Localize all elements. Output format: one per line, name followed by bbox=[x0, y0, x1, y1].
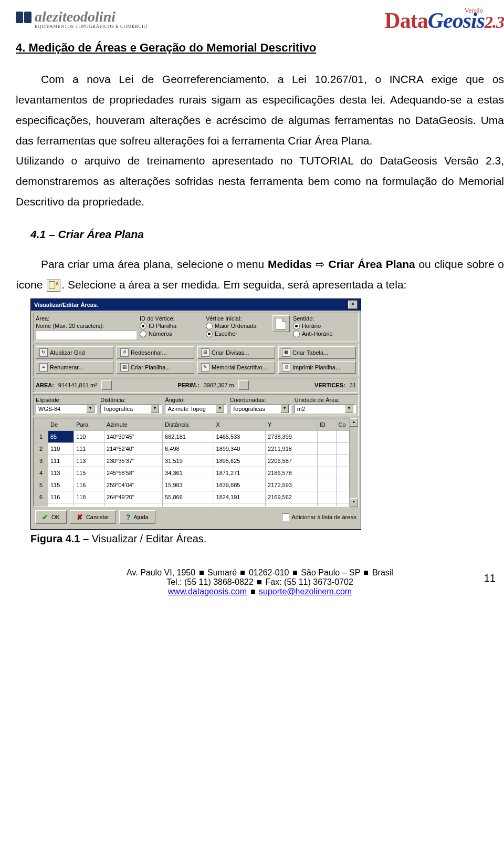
renumerar-icon: ≡ bbox=[39, 363, 48, 372]
email-link[interactable]: suporte@hezolinem.com bbox=[259, 587, 352, 596]
website-link[interactable]: www.datageosis.com bbox=[168, 587, 247, 596]
paragraph-2: Utilizando o arquivo de treinamento apre… bbox=[16, 151, 504, 212]
memorial-icon: ✎ bbox=[201, 363, 209, 372]
document-button[interactable] bbox=[272, 315, 290, 332]
refresh-icon: ↻ bbox=[39, 348, 48, 357]
table-row[interactable]: 6116118264º49'20"55,8661824,1912169,562 bbox=[34, 491, 358, 503]
table-row[interactable]: 4113115245º58'58"34,3611871,2712186,578 bbox=[34, 467, 358, 479]
section-heading: 4. Medição de Áreas e Geração do Memoria… bbox=[16, 41, 504, 55]
scroll-up-button[interactable]: ▴ bbox=[350, 418, 358, 427]
figure-caption: Figura 4.1 – Visualizar / Editar Áreas. bbox=[30, 533, 504, 545]
radio-maior-ordenada[interactable]: Maior Ordenada bbox=[206, 323, 269, 329]
col-header-azimute[interactable]: Azimute bbox=[104, 418, 163, 430]
radio-anti-horario[interactable]: Anti-Horário bbox=[293, 331, 356, 337]
nome-input[interactable] bbox=[36, 330, 136, 339]
table-row[interactable]: 185110140º30'45"682,1811465,5332738,399 bbox=[34, 430, 358, 442]
question-icon: ? bbox=[126, 513, 131, 521]
company-tagline: EQUIPAMENTOS TOPOGRÁFICOS E COMÉRCIO bbox=[35, 24, 147, 29]
col-header-para[interactable]: Para bbox=[74, 418, 104, 430]
criar-divisas-button[interactable]: ⊞Criar Divisas... bbox=[197, 346, 275, 359]
distancia-label: Distância: bbox=[100, 397, 162, 403]
close-button[interactable]: × bbox=[348, 301, 358, 309]
page-header: aleziteodolini EQUIPAMENTOS TOPOGRÁFICOS… bbox=[16, 9, 504, 32]
page-footer: Av. Paulo VI, 1950 Sumaré 01262-010 São … bbox=[16, 568, 504, 596]
ok-button[interactable]: ✔OK bbox=[35, 510, 67, 524]
copy-area-button[interactable] bbox=[101, 380, 112, 390]
chevron-down-icon: ▾ bbox=[345, 405, 353, 413]
id-vertice-label: ID do Vértice: bbox=[140, 315, 203, 322]
row-header[interactable] bbox=[34, 418, 48, 430]
version-label: Versão bbox=[465, 6, 483, 15]
company-logo: aleziteodolini EQUIPAMENTOS TOPOGRÁFICOS… bbox=[16, 9, 147, 29]
col-header-de[interactable]: De bbox=[48, 418, 74, 430]
vertices-stat-value: 31 bbox=[350, 382, 356, 388]
data-grid[interactable]: DeParaAzimuteDistânciaXYIDCo185110140º30… bbox=[33, 418, 359, 507]
print-icon: ⎙ bbox=[282, 363, 290, 372]
memorial-button[interactable]: ✎Memorial Descritivo... bbox=[197, 361, 275, 374]
paragraph-1: Com a nova Lei de Georreferenciamento, a… bbox=[16, 69, 504, 151]
vertical-scrollbar[interactable]: ▴ ▾ bbox=[349, 418, 358, 507]
chevron-down-icon: ▾ bbox=[151, 405, 159, 413]
atualizar-grid-button[interactable]: ↻Atualizar Grid bbox=[36, 346, 113, 359]
chevron-down-icon: ▾ bbox=[86, 405, 94, 413]
area-stat-label: AREA: bbox=[36, 382, 54, 388]
radio-id-planilha[interactable]: ID Planilha bbox=[140, 323, 203, 329]
angulo-select[interactable]: Azimute Topog▾ bbox=[165, 404, 226, 414]
col-header-x[interactable]: X bbox=[214, 418, 266, 430]
checkbox-icon bbox=[282, 513, 289, 521]
area-label: Área: bbox=[36, 315, 136, 322]
redesenhar-button[interactable]: ↺Redesenhar... bbox=[117, 346, 194, 359]
unidade-select[interactable]: m2▾ bbox=[295, 404, 356, 414]
product-logo: Versão DataGeosis2.3 bbox=[384, 9, 504, 32]
add-to-list-checkbox[interactable]: Adicionar à lista de áreas bbox=[282, 513, 356, 521]
radio-escolher[interactable]: Escolher bbox=[206, 331, 269, 337]
copy-perim-button[interactable] bbox=[238, 380, 249, 390]
col-header-id[interactable]: ID bbox=[317, 418, 336, 430]
vertice-inicial-label: Vértice Inicial: bbox=[206, 315, 269, 322]
table-row[interactable]: 7118120259º54'28"22,6011768,5532164,520 bbox=[34, 503, 358, 507]
check-icon: ✔ bbox=[42, 513, 48, 521]
radio-horario[interactable]: Horário bbox=[293, 323, 356, 329]
elipsoide-select[interactable]: WGS-84▾ bbox=[36, 404, 97, 414]
radio-numeros[interactable]: Números bbox=[140, 331, 203, 337]
vertices-stat-label: VERTICES: bbox=[314, 382, 345, 388]
area-stat-value: 914141,811 m² bbox=[58, 382, 97, 388]
chevron-down-icon: ▾ bbox=[216, 405, 224, 413]
paragraph-3: Para criar uma área plana, selecione o m… bbox=[16, 254, 504, 295]
planilha-icon: ▤ bbox=[120, 363, 129, 372]
imprimir-button[interactable]: ⎙Imprimir Planilha... bbox=[278, 361, 356, 374]
perim-stat-label: PERIM.: bbox=[177, 382, 200, 388]
tabela-icon: ▦ bbox=[282, 348, 290, 357]
col-header-y[interactable]: Y bbox=[266, 418, 318, 430]
sentido-label: Sentido: bbox=[293, 315, 356, 322]
perim-stat-value: 3982,367 m bbox=[204, 382, 234, 388]
criar-area-icon bbox=[47, 279, 60, 292]
dialog-title: Visualizar/Editar Áreas. bbox=[34, 302, 98, 308]
scroll-down-button[interactable]: ▾ bbox=[350, 498, 358, 507]
table-row[interactable]: 5115116259º04'04"15,9831839,8852172,593 bbox=[34, 479, 358, 491]
elipsoide-label: Elipsóide: bbox=[36, 397, 97, 403]
criar-tabela-button[interactable]: ▦Criar Tabela... bbox=[278, 346, 356, 359]
coordenadas-label: Coordenadas: bbox=[230, 397, 291, 403]
company-name: aleziteodolini bbox=[35, 9, 147, 24]
col-header-distância[interactable]: Distância bbox=[163, 418, 214, 430]
x-icon: ✘ bbox=[77, 513, 83, 521]
coordenadas-select[interactable]: Topograficas▾ bbox=[230, 404, 291, 414]
table-row[interactable]: 3111113230º35'37"31,5191895,6252206,587 bbox=[34, 455, 358, 467]
table-row[interactable]: 2110111214º52'40"6,4981899,3402211,918 bbox=[34, 442, 358, 455]
divisas-icon: ⊞ bbox=[201, 348, 209, 357]
distancia-select[interactable]: Topografica▾ bbox=[100, 404, 162, 414]
renumerar-button[interactable]: ≡Renumerar... bbox=[36, 361, 113, 374]
cancel-button[interactable]: ✘Cancelar bbox=[70, 510, 116, 524]
chevron-down-icon: ▾ bbox=[280, 405, 289, 413]
page-number: 11 bbox=[484, 572, 496, 584]
help-button[interactable]: ?Ajuda bbox=[119, 510, 155, 524]
logo-icon bbox=[16, 9, 32, 23]
dialog-titlebar: Visualizar/Editar Áreas. × bbox=[31, 299, 361, 311]
criar-planilha-button[interactable]: ▤Criar Planilha... bbox=[117, 361, 194, 374]
unidade-label: Unidade de Área: bbox=[295, 397, 356, 403]
visualizar-editar-dialog: Visualizar/Editar Áreas. × Área: Nome (M… bbox=[30, 298, 361, 530]
subsection-heading: 4.1 – Criar Área Plana bbox=[30, 228, 504, 241]
redraw-icon: ↺ bbox=[120, 348, 129, 357]
angulo-label: Ângulo: bbox=[165, 397, 226, 403]
